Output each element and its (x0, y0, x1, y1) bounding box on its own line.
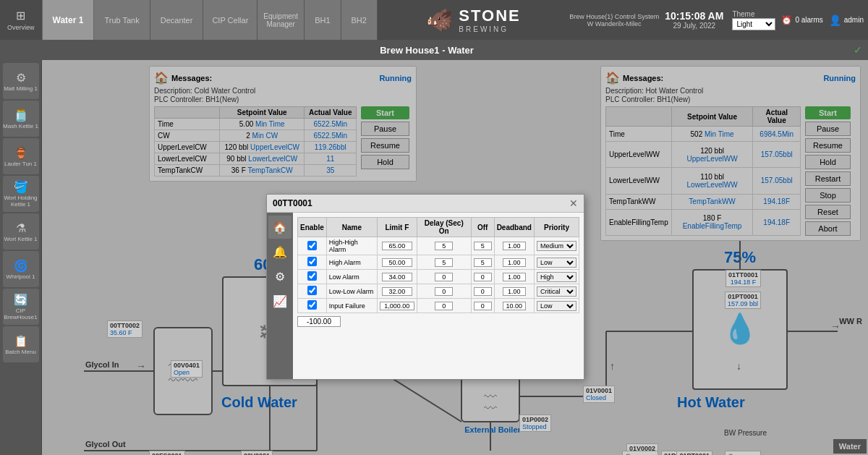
modal-input-value[interactable] (297, 316, 341, 327)
sidebar-item-wort-kettle[interactable]: ⚗ Wort Kettle 1 (3, 213, 39, 250)
alarm-ll-enable-checkbox[interactable] (307, 286, 317, 295)
alarm-col-priority: Priority (534, 218, 579, 237)
sidebar-item-cip[interactable]: 🔄 CIP BrewHouse1 (3, 289, 39, 325)
tab-equipment-manager[interactable]: EquipmentManager (258, 0, 305, 40)
brew-house-info: Brew House(1) Control System W Wanderilx… (569, 13, 659, 27)
tab-water1[interactable]: Water 1 (43, 0, 95, 40)
alarm-h-deadband-input[interactable] (503, 258, 526, 267)
mash-kettle-icon: 🫙 (14, 109, 28, 122)
tab-decanter[interactable]: Decanter (150, 0, 204, 40)
alarm-table: Enable Name Limit F Delay (Sec) On Off D… (297, 217, 579, 313)
modal-bell-icon[interactable]: 🔔 (268, 240, 292, 263)
alarm-hh-enable-checkbox[interactable] (307, 241, 317, 250)
alarm-l-priority-select[interactable]: HighLowMediumCritical (537, 272, 576, 282)
alarm-row-hh: High-High Alarm MediumLowHighCritical (298, 237, 579, 255)
alarm-col-off: Off (471, 218, 494, 237)
alarm-modal: 00TT0001 ✕ 🏠 🔔 ⚙ 📈 Enable Name Limit F (266, 194, 584, 380)
alarm-ll-delayon-input[interactable] (435, 287, 453, 296)
alarm-row-ll: Low-Low Alarm CriticalLowMediumHigh (298, 284, 579, 299)
tab-trub-tank[interactable]: Trub Tank (94, 0, 150, 40)
alarm-h-delayon-input[interactable] (435, 258, 453, 267)
nav-item-overview[interactable]: ⊞ Water 1 Overview (0, 0, 43, 40)
modal-title: 00TT0001 (273, 198, 312, 208)
brew-house-text: Brew House(1) Control System (569, 13, 659, 20)
alarm-ll-limit-input[interactable] (382, 287, 412, 296)
alarm-l-delayoff-input[interactable] (474, 273, 492, 281)
overview-icon: ⊞ (16, 9, 25, 22)
alarm-if-delayoff-input[interactable] (474, 302, 492, 310)
batch-menu-label: Batch Menu (5, 349, 36, 355)
alarm-h-priority-select[interactable]: LowMediumHighCritical (537, 258, 576, 268)
alarm-if-enable-checkbox[interactable] (307, 300, 317, 310)
alarm-col-name: Name (326, 218, 377, 237)
wort-kettle-label: Wort Kettle 1 (4, 236, 37, 242)
modal-chart-icon[interactable]: 📈 (268, 289, 292, 312)
alarm-if-delayon-input[interactable] (435, 302, 453, 310)
tab-equipment-manager-label: EquipmentManager (263, 12, 298, 28)
tab-decanter-label: Decanter (161, 16, 193, 25)
overview-text: Overview (7, 24, 35, 31)
sidebar-item-lauter-tun[interactable]: 🏺 Lauter Tun 1 (3, 138, 39, 174)
wort-kettle-icon: ⚗ (16, 221, 26, 235)
modal-close-btn[interactable]: ✕ (569, 197, 578, 209)
logo-skull-icon: 🐗 (426, 7, 453, 33)
alarm-hh-delayoff-input[interactable] (474, 242, 492, 250)
sidebar-item-malt-milling[interactable]: ⚙ Malt Milling 1 (3, 63, 39, 99)
alarm-h-limit-input[interactable] (382, 258, 412, 267)
modal-gear-icon[interactable]: ⚙ (268, 265, 292, 288)
tab-water1-label: Water 1 (53, 15, 84, 25)
sidebar-item-mash-kettle[interactable]: 🫙 Mash Kettle 1 (3, 101, 39, 137)
malt-milling-label: Malt Milling 1 (4, 85, 38, 92)
alarm-if-deadband-input[interactable] (503, 302, 526, 310)
tab-trub-tank-label: Trub Tank (104, 16, 139, 25)
alarm-row-h: High Alarm LowMediumHighCritical (298, 255, 579, 270)
tab-cip-cellar-label: CIP Cellar (212, 16, 248, 25)
modal-body: Enable Name Limit F Delay (Sec) On Off D… (293, 213, 584, 379)
alarm-l-enable-checkbox[interactable] (307, 271, 317, 281)
malt-milling-icon: ⚙ (16, 71, 26, 85)
date-display: 29 July, 2022 (665, 22, 723, 30)
batch-menu-icon: 📋 (14, 334, 28, 348)
theme-label: Theme (732, 10, 754, 18)
alarm-col-deadband: Deadband (494, 218, 534, 237)
alarm-ll-deadband-input[interactable] (503, 287, 526, 296)
sidebar-item-whirlpool[interactable]: 🌀 Whirlpool 1 (3, 251, 39, 287)
alarm-l-deadband-input[interactable] (503, 273, 526, 281)
alarm-l-name: Low Alarm (326, 270, 377, 284)
alarm-hh-limit-input[interactable] (382, 242, 412, 250)
alarm-h-enable-checkbox[interactable] (307, 257, 317, 266)
alarm-ll-delayoff-input[interactable] (474, 287, 492, 296)
clock-icon: ⏰ (781, 15, 792, 25)
tab-bh1-label: BH1 (315, 16, 330, 25)
modal-home-icon[interactable]: 🏠 (268, 216, 292, 239)
logo-area: 🐗 STONE BREWING (378, 7, 569, 33)
sidebar-item-batch-menu[interactable]: 📋 Batch Menu (3, 326, 39, 362)
theme-select[interactable]: Light Dark (732, 18, 775, 30)
alarm-h-name: High Alarm (326, 255, 377, 270)
tab-bh2[interactable]: BH2 (341, 0, 378, 40)
alarm-row-if: Input Failure LowMediumHighCritical (298, 299, 579, 313)
admin-label: admin (844, 16, 864, 24)
alarm-ll-priority-select[interactable]: CriticalLowMediumHigh (537, 286, 576, 297)
alarm-l-limit-input[interactable] (382, 273, 412, 281)
alarm-hh-priority-select[interactable]: MediumLowHighCritical (537, 241, 576, 251)
alarm-hh-delayon-input[interactable] (435, 242, 453, 250)
alarm-h-delayoff-input[interactable] (474, 258, 492, 267)
mash-kettle-label: Mash Kettle 1 (3, 123, 38, 129)
tab-cip-cellar[interactable]: CIP Cellar (203, 0, 258, 40)
alarm-if-name: Input Failure (326, 299, 377, 313)
brew-house-user: W Wanderilx-Milec (569, 20, 659, 27)
tab-bh2-label: BH2 (352, 16, 367, 25)
alarm-l-delayon-input[interactable] (435, 273, 453, 281)
whirlpool-icon: 🌀 (14, 259, 28, 273)
tab-bh1[interactable]: BH1 (305, 0, 341, 40)
alarm-hh-deadband-input[interactable] (503, 242, 526, 250)
alarm-hh-name: High-High Alarm (326, 237, 377, 255)
sidebar-item-wort-holding[interactable]: 🪣 Wort Holding Kettle 1 (3, 176, 39, 212)
wort-holding-label: Wort Holding Kettle 1 (3, 195, 39, 208)
wort-holding-icon: 🪣 (14, 180, 28, 194)
alarm-col-delay-on: Delay (Sec) On (417, 218, 471, 237)
alarm-if-priority-select[interactable]: LowMediumHighCritical (537, 301, 576, 311)
alarm-if-limit-input[interactable] (380, 302, 414, 310)
alarm-count: 0 alarms (795, 16, 822, 24)
